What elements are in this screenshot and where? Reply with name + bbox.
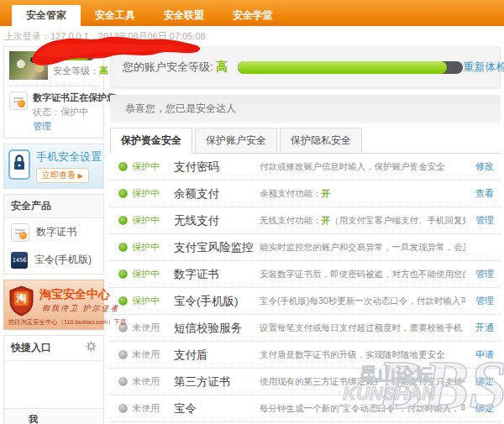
security-level-text: 安全等级：高 — [53, 65, 108, 77]
phone-security-title: 手机安全设置 — [36, 149, 102, 165]
protection-tab[interactable]: 保护账户安全 — [195, 128, 277, 154]
status-text: 保护中 — [132, 241, 160, 254]
status-text: 未使用 — [132, 348, 160, 361]
baoling-icon: 1456 — [11, 252, 28, 269]
row-description: 余额支付功能：开 — [260, 188, 465, 200]
status-cell: 保护中 — [118, 214, 174, 227]
status-dot-icon — [118, 270, 128, 279]
arrow-icon: ▶ — [78, 172, 83, 180]
row-name: 余额支付 — [174, 186, 260, 202]
product-label: 宝令(手机版) — [34, 253, 92, 267]
status-dot-icon — [118, 296, 128, 306]
row-name: 宝令 — [174, 401, 260, 416]
row-name: 支付密码 — [174, 160, 260, 175]
quick-entry-panel: 快捷入口 — [3, 335, 104, 424]
protection-tab-label: 保护隐私安全 — [291, 134, 351, 146]
topbar-tab-label: 安全学堂 — [233, 9, 273, 21]
row-description: 安装数字证书后，即使密码被盗，对方也不能使用您的账户资金 — [260, 269, 465, 280]
row-description: 每分钟生成一个新的"宝令动态口令"，付款时输入，可保护资金安全 — [260, 403, 465, 415]
status-cell: 未使用 — [118, 322, 174, 334]
status-text: 未使用 — [132, 375, 160, 388]
table-row: 保护中 支付密码 付款或修改账户信息时输入，保护账户资金安全 修改 — [110, 154, 501, 181]
quick-link[interactable] — [4, 396, 103, 408]
topbar-tab[interactable]: 安全联盟 — [150, 5, 218, 26]
table-row: 保护中 支付宝风险监控 能实时监控您的账户和交易异常，一旦发现异常，会及时通知到… — [110, 234, 501, 261]
protection-tab[interactable]: 保护隐私安全 — [280, 128, 362, 154]
row-action-link[interactable]: 绑定 — [465, 402, 501, 415]
taobao-shield-icon: 淘 — [8, 285, 34, 320]
table-row: 未使用 支付盾 支付盾是数字证书的升级，实现随时随地更安全 申请 — [110, 342, 501, 369]
banner-slogan: 御我侍卫 护尔使者 — [42, 303, 120, 314]
status-dot-icon — [118, 216, 128, 225]
status-dot-icon — [118, 350, 128, 359]
cert-icon — [11, 223, 29, 242]
topbar-tab-label: 安全管家 — [26, 9, 66, 21]
topbar-tab[interactable]: 安全学堂 — [218, 5, 287, 26]
report-row: 我要举报 钓鱼和非法网站 — [4, 408, 103, 424]
security-product-item[interactable]: 1456 宝令(手机版) — [4, 247, 103, 274]
row-name: 第三方证书 — [174, 374, 260, 390]
status-text: 保护中 — [132, 214, 160, 227]
status-cell: 保护中 — [118, 295, 174, 307]
quick-link[interactable] — [4, 361, 103, 373]
status-text: 未使用 — [132, 402, 160, 415]
table-row: 保护中 宝令(手机版) 宝令(手机版)每30秒更新一次动态口令，付款时输入可保护… — [110, 288, 501, 315]
row-name: 无线支付 — [174, 213, 260, 228]
taobao-security-banner[interactable]: 淘 淘宝安全中心 御我侍卫 护尔使者 前往淘宝安全中心（110.taobao.c… — [3, 280, 104, 330]
row-action-link[interactable]: 申请 — [465, 348, 501, 361]
row-action-link[interactable]: 绑定 — [465, 375, 501, 388]
row-description: 能实时监控您的账户和交易异常，一旦发现异常，会及时通知到您 — [260, 242, 465, 254]
row-name: 宝令(手机版) — [174, 294, 260, 309]
table-row: 保护中 无线支付 无线支付功能：开（用支付宝客户端支付、手机回复短信方式来付款）… — [110, 207, 501, 234]
protection-table: 保护资金安全保护账户安全保护隐私安全 保护中 支付密码 付款或修改账户信息时输入… — [110, 128, 501, 422]
cert-manage-link[interactable]: 管理 — [33, 120, 51, 133]
protection-tab-label: 保护资金安全 — [121, 134, 181, 146]
quick-link[interactable] — [4, 373, 103, 385]
status-dot-icon — [118, 189, 128, 198]
protection-tabs: 保护资金安全保护账户安全保护隐私安全 — [110, 128, 501, 154]
row-description: 付款或修改账户信息时输入，保护账户资金安全 — [260, 161, 465, 173]
row-action-link[interactable]: 管理 — [465, 214, 501, 227]
status-cell: 保护中 — [118, 187, 174, 200]
status-cell: 未使用 — [118, 375, 174, 388]
row-action-link[interactable]: 查看 — [465, 187, 501, 200]
security-center-page: 安全管家安全工具安全联盟安全学堂 上次登录：127.0.0.1，2013年08月… — [0, 0, 504, 424]
banner-title: 淘宝安全中心 — [39, 287, 110, 302]
table-row: 未使用 短信校验服务 设置每笔支付或每日支付超过额度时，需要校验手机 开通 — [110, 315, 501, 342]
quick-entry-header: 快捷入口 — [11, 341, 51, 355]
divider — [9, 86, 98, 86]
protection-tab[interactable]: 保护资金安全 — [110, 128, 192, 154]
row-action-link[interactable]: 管理 — [465, 268, 501, 280]
status-cell: 未使用 — [118, 402, 174, 415]
quick-link[interactable] — [4, 385, 103, 396]
status-dot-icon — [118, 243, 128, 252]
recheck-link[interactable]: 重新体检 — [463, 60, 504, 75]
status-dot-icon — [118, 377, 128, 386]
topbar-tab[interactable]: 安全工具 — [81, 5, 150, 26]
status-cell: 保护中 — [118, 241, 174, 254]
banner-download-link[interactable]: 前往淘宝安全中心（110.taobao.com）下载 — [8, 317, 100, 326]
phone-security-box[interactable]: 手机安全设置 立即查看 ▶ — [3, 144, 104, 189]
status-cell: 保护中 — [118, 268, 174, 280]
row-action-link[interactable]: 开通 — [465, 322, 501, 334]
last-login-info: 上次登录：127.0.0.1，2013年08月06日 07:05:08 — [4, 30, 504, 43]
phone-lock-icon — [8, 149, 30, 183]
security-level-label: 您的账户安全等级: 高 — [123, 60, 228, 75]
report-link[interactable]: 我要举报 — [29, 413, 38, 424]
status-dot-icon — [118, 162, 128, 171]
account-security-level-box: 您的账户安全等级: 高 重新体检 — [110, 46, 501, 88]
topbar-tab-label: 安全工具 — [95, 9, 135, 21]
tao-logo-char: 淘 — [14, 291, 29, 306]
certificate-icon — [9, 92, 28, 110]
row-description: 设置每笔支付或每日支付超过额度时，需要校验手机 — [260, 322, 465, 334]
row-action-link[interactable]: 管理 — [465, 295, 501, 307]
security-product-item[interactable]: 数字证书 — [4, 218, 103, 247]
status-cell: 保护中 — [118, 160, 174, 173]
avatar — [9, 51, 48, 80]
topbar-tab[interactable]: 安全管家 — [12, 5, 81, 26]
row-name: 短信校验服务 — [174, 321, 260, 336]
table-row: 未使用 第三方证书 使用现有的第三方证书绑定账户，目前支付宝只支持中国工商银行的… — [110, 369, 501, 395]
row-action-link[interactable]: 修改 — [465, 160, 501, 173]
gear-icon[interactable] — [86, 341, 97, 354]
view-now-button[interactable]: 立即查看 ▶ — [36, 168, 89, 183]
